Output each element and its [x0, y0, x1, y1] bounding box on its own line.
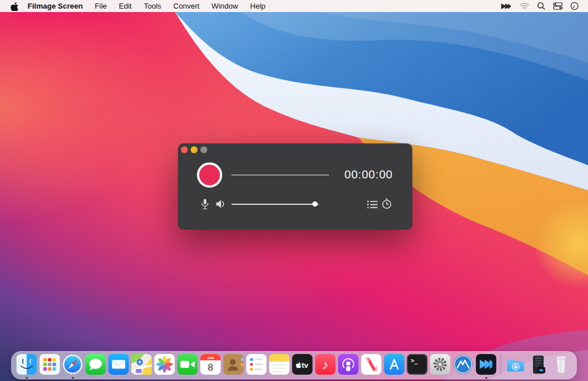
dock-calendar-icon[interactable]: JAN 8: [200, 354, 221, 375]
recordings-list-icon[interactable]: [367, 200, 378, 209]
volume-slider[interactable]: [231, 204, 319, 205]
running-indicator: [26, 377, 28, 379]
dock-filmage-screen-icon[interactable]: [476, 354, 497, 375]
dock-contacts-icon[interactable]: [223, 354, 244, 375]
dock-maps-icon[interactable]: [131, 354, 152, 375]
zoom-button-disabled[interactable]: [200, 146, 207, 153]
desktop: Filmage Screen File Edit Tools Convert W…: [0, 0, 588, 381]
audio-level-line: [231, 174, 329, 176]
menu-help[interactable]: Help: [250, 2, 266, 10]
dock-downloads-folder-icon[interactable]: [505, 354, 526, 375]
dock-minimized-window-icon[interactable]: [528, 354, 549, 375]
running-indicator: [72, 377, 74, 379]
record-button[interactable]: [197, 162, 222, 188]
wifi-icon[interactable]: [520, 2, 529, 10]
dock-separator: [501, 354, 501, 376]
close-button[interactable]: [181, 146, 188, 153]
dock-news-icon[interactable]: [361, 354, 382, 375]
speaker-volume-icon[interactable]: [215, 199, 226, 209]
tv-label: tv: [301, 361, 308, 370]
dock-tv-icon[interactable]: tv: [292, 354, 313, 375]
minimize-button[interactable]: [191, 146, 198, 153]
dock-photos-icon[interactable]: [154, 354, 175, 375]
menu-file[interactable]: File: [95, 2, 107, 10]
dock-blue-mountain-app-icon[interactable]: [453, 354, 474, 375]
dock-music-icon[interactable]: ♪: [315, 354, 336, 375]
dock-messages-icon[interactable]: [86, 354, 106, 375]
calendar-day-label: 8: [208, 362, 213, 373]
dock-notes-icon[interactable]: [269, 354, 290, 375]
microphone-icon[interactable]: [201, 199, 209, 210]
dock-launchpad-icon[interactable]: [40, 354, 60, 375]
dock-facetime-icon[interactable]: [177, 354, 198, 375]
menu-convert[interactable]: Convert: [173, 2, 200, 10]
filmage-recorder-window: 00:00:00: [178, 143, 412, 230]
dock-mail-icon[interactable]: [109, 354, 129, 375]
filmage-status-icon[interactable]: [501, 2, 512, 10]
dock-podcasts-icon[interactable]: [338, 354, 359, 375]
menu-tools[interactable]: Tools: [144, 2, 161, 10]
calendar-month-label: JAN: [207, 356, 214, 360]
dock-app-store-icon[interactable]: [384, 354, 405, 375]
spotlight-search-icon[interactable]: [537, 2, 546, 10]
apple-menu[interactable]: [10, 1, 18, 11]
apple-icon: [10, 1, 18, 11]
menu-bar: Filmage Screen File Edit Tools Convert W…: [0, 0, 588, 12]
running-indicator: [485, 377, 488, 379]
dock-safari-icon[interactable]: [63, 354, 83, 375]
clock-icon[interactable]: [570, 2, 579, 10]
volume-slider-knob[interactable]: [312, 201, 318, 207]
dock-finder-icon[interactable]: [17, 354, 37, 375]
dock-reminders-icon[interactable]: [246, 354, 267, 375]
dock-terminal-icon[interactable]: >_: [407, 354, 428, 375]
terminal-prompt-glyph: >_: [411, 357, 419, 364]
music-note-glyph: ♪: [322, 357, 328, 372]
dock-system-preferences-icon[interactable]: [430, 354, 451, 375]
dock-trash-icon[interactable]: [551, 354, 572, 375]
menu-window[interactable]: Window: [211, 2, 238, 10]
timer-schedule-icon[interactable]: [381, 198, 392, 209]
active-app-name[interactable]: Filmage Screen: [28, 2, 83, 10]
dock: JAN 8: [11, 351, 577, 379]
menu-edit[interactable]: Edit: [119, 2, 131, 10]
control-center-icon[interactable]: [553, 2, 563, 10]
recording-timer: 00:00:00: [345, 168, 393, 181]
